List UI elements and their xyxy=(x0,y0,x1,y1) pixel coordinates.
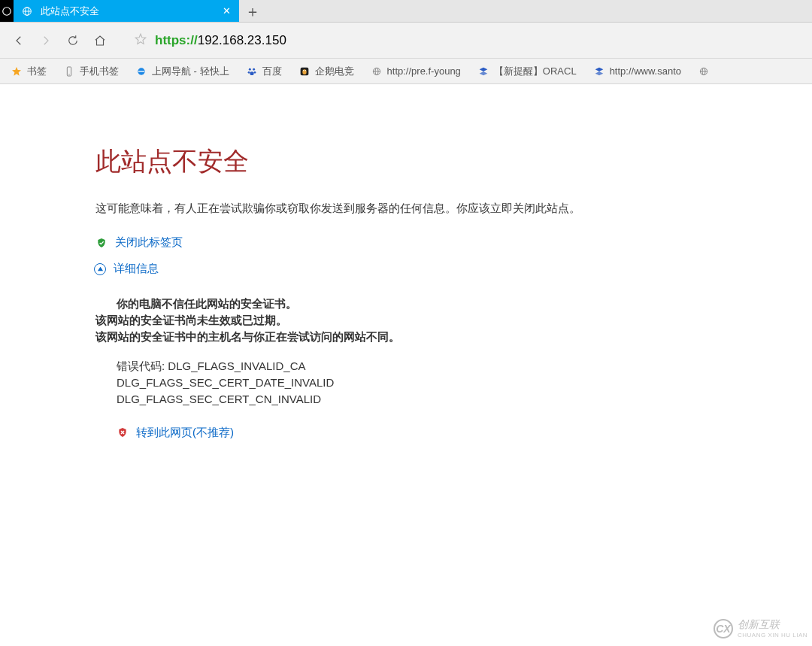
address-bar[interactable]: https://192.168.23.150 xyxy=(128,29,804,52)
svg-marker-4 xyxy=(135,34,146,44)
home-button[interactable] xyxy=(89,29,111,52)
error-code: DLG_FLAGS_INVALID_CA xyxy=(168,359,305,372)
detail-line: 该网站的安全证书中的主机名与你正在尝试访问的网站不同。 xyxy=(95,329,812,345)
svg-point-7 xyxy=(68,74,69,74)
browser-tab-active[interactable]: 此站点不安全 ✕ xyxy=(14,0,239,22)
bookmark-item[interactable]: 书签 xyxy=(3,59,54,83)
shield-x-icon xyxy=(117,426,129,438)
svg-point-9 xyxy=(248,68,250,70)
globe-icon xyxy=(698,65,710,77)
bookmark-label: 企鹅电竞 xyxy=(315,65,354,78)
error-code-line: DLG_FLAGS_SEC_CERT_DATE_INVALID xyxy=(117,375,812,391)
shield-check-icon xyxy=(95,237,108,249)
detail-line: 该网站的安全证书尚未生效或已过期。 xyxy=(95,312,812,329)
bookmark-label: 【新提醒】ORACL xyxy=(494,65,577,78)
svg-marker-5 xyxy=(12,67,21,76)
close-tab-link-row: 关闭此标签页 xyxy=(95,235,812,250)
address-bar-row: https://192.168.23.150 xyxy=(0,23,812,59)
stack-icon xyxy=(593,65,605,77)
nav-back-button[interactable] xyxy=(8,29,30,52)
svg-point-13 xyxy=(250,71,253,75)
error-code-line: DLG_FLAGS_SEC_CERT_CN_INVALID xyxy=(117,391,812,408)
favorite-icon[interactable] xyxy=(134,32,147,48)
svg-point-11 xyxy=(247,71,250,74)
penguin-icon xyxy=(298,65,311,77)
bookmark-item[interactable]: http://www.santo xyxy=(586,59,689,83)
error-label: 错误代码: xyxy=(117,359,168,372)
details-toggle-row: 详细信息 xyxy=(94,262,812,276)
watermark-sub: CHUANG XIN HU LIAN xyxy=(738,632,807,638)
close-tab-icon[interactable]: ✕ xyxy=(221,6,232,17)
warning-description: 这可能意味着，有人正在尝试欺骗你或窃取你发送到服务器的任何信息。你应该立即关闭此… xyxy=(95,202,812,216)
paw-icon xyxy=(246,65,258,77)
watermark-label: 创新互联 xyxy=(738,618,780,630)
error-codes: 错误代码: DLG_FLAGS_INVALID_CA DLG_FLAGS_SEC… xyxy=(95,358,812,407)
bookmark-label: 手机书签 xyxy=(80,65,119,78)
bookmark-label: http://pre.f-young xyxy=(387,65,461,77)
error-details: 你的电脑不信任此网站的安全证书。 该网站的安全证书尚未生效或已过期。 该网站的安… xyxy=(95,296,812,344)
chevron-up-circle-icon[interactable] xyxy=(94,263,106,275)
window-edge-overlay xyxy=(0,0,14,22)
proceed-link[interactable]: 转到此网页(不推荐) xyxy=(136,426,234,440)
svg-point-16 xyxy=(303,70,304,71)
ie-icon xyxy=(135,65,147,77)
svg-point-12 xyxy=(253,71,256,74)
watermark: CX 创新互联 CHUANG XIN HU LIAN xyxy=(714,618,807,638)
bookmark-label: 百度 xyxy=(262,65,282,78)
svg-point-0 xyxy=(3,7,11,15)
bookmark-label: 书签 xyxy=(27,65,47,78)
svg-marker-23 xyxy=(595,67,603,71)
proceed-link-row: 转到此网页(不推荐) xyxy=(95,426,812,440)
globe-icon xyxy=(21,5,33,17)
bookmark-label: 上网导航 - 轻快上 xyxy=(152,65,229,78)
url-text: https://192.168.23.150 xyxy=(155,33,286,48)
svg-marker-21 xyxy=(480,67,488,71)
bookmarks-bar: 书签 手机书签 上网导航 - 轻快上 百度 企鹅电竞 http://pre.f-… xyxy=(0,59,812,84)
details-link[interactable]: 详细信息 xyxy=(114,262,159,276)
watermark-logo: CX xyxy=(714,619,733,638)
tab-title: 此站点不安全 xyxy=(41,5,214,18)
new-tab-button[interactable]: ＋ xyxy=(239,0,266,22)
svg-marker-24 xyxy=(595,71,603,75)
tab-strip: 此站点不安全 ✕ ＋ xyxy=(0,0,812,23)
star-filled-icon xyxy=(11,65,23,77)
page-title: 此站点不安全 xyxy=(95,144,812,179)
error-code-line: 错误代码: DLG_FLAGS_INVALID_CA xyxy=(117,358,812,375)
watermark-text: 创新互联 CHUANG XIN HU LIAN xyxy=(738,618,807,638)
url-scheme: https: xyxy=(155,33,190,47)
svg-marker-22 xyxy=(480,71,488,75)
url-host: 192.168.23.150 xyxy=(198,33,286,47)
svg-point-17 xyxy=(304,70,305,71)
bookmark-item[interactable] xyxy=(690,59,722,83)
detail-line: 你的电脑不信任此网站的安全证书。 xyxy=(95,296,812,312)
bookmark-item[interactable]: http://pre.f-young xyxy=(363,59,468,83)
refresh-button[interactable] xyxy=(62,29,84,52)
bookmark-item[interactable]: 企鹅电竞 xyxy=(291,59,362,83)
nav-forward-button[interactable] xyxy=(35,29,57,52)
bookmark-item[interactable]: 手机书签 xyxy=(56,59,126,83)
bookmark-item[interactable]: 【新提醒】ORACL xyxy=(470,59,584,83)
phone-icon xyxy=(63,65,75,77)
stack-icon xyxy=(477,65,489,77)
security-warning-page: 此站点不安全 这可能意味着，有人正在尝试欺骗你或窃取你发送到服务器的任何信息。你… xyxy=(0,84,812,440)
url-sep: // xyxy=(190,33,197,47)
svg-marker-28 xyxy=(97,267,102,271)
bookmark-item[interactable]: 上网导航 - 轻快上 xyxy=(128,59,237,83)
bookmark-item[interactable]: 百度 xyxy=(238,59,289,83)
bookmark-label: http://www.santo xyxy=(610,65,681,77)
close-tab-link[interactable]: 关闭此标签页 xyxy=(115,235,183,250)
globe-icon xyxy=(371,65,383,77)
svg-point-10 xyxy=(253,68,255,70)
